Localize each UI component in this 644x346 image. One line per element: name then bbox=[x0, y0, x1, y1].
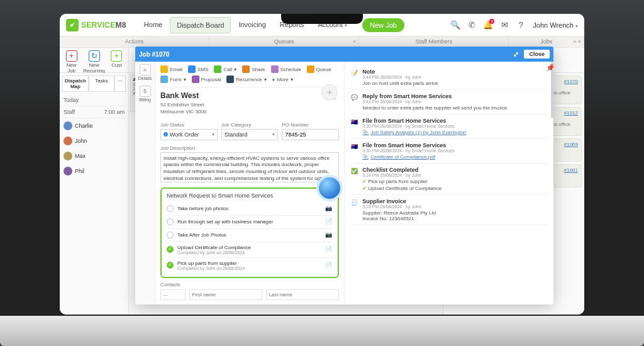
staff-row[interactable]: Max bbox=[62, 148, 126, 164]
note-icon: 📝 bbox=[350, 69, 358, 77]
call-icon bbox=[214, 65, 221, 73]
po-number-input[interactable] bbox=[282, 129, 339, 140]
tab-more-icon[interactable]: ⋯ bbox=[114, 75, 126, 92]
current-user[interactable]: John Wrench ▾ bbox=[533, 21, 578, 29]
contact-firstname-input[interactable] bbox=[189, 289, 262, 300]
job-description-textarea[interactable]: Install high-capacity, energy-efficient … bbox=[160, 152, 339, 182]
date-label: Today bbox=[62, 94, 126, 106]
avatar bbox=[64, 167, 72, 176]
new-recurring-button[interactable]: ↻New Recurring Job bbox=[83, 50, 105, 70]
feed-item: 🧾Supplier Invoice3:10 PM 28/08/2024 · by… bbox=[350, 195, 548, 225]
checkbox-icon bbox=[167, 246, 174, 253]
avatar bbox=[64, 121, 72, 130]
avatar bbox=[64, 137, 72, 145]
checklist-item[interactable]: Run through set up with business manager… bbox=[167, 216, 333, 229]
pin-icon[interactable]: 📌 bbox=[547, 64, 552, 70]
form-icon bbox=[160, 75, 168, 83]
calendar-icon bbox=[271, 65, 279, 73]
nav-invoicing[interactable]: Invoicing bbox=[232, 17, 272, 33]
logo-icon bbox=[66, 19, 79, 31]
field-label: Job Description bbox=[160, 145, 195, 151]
checklist-item[interactable]: Pick up parts from supplierCompleted by … bbox=[167, 258, 333, 273]
attachment-link[interactable]: 📎Certificate of Compliance.pdf bbox=[362, 154, 435, 160]
bell-icon[interactable]: 🔔9 bbox=[481, 18, 495, 32]
contact-lastname-input[interactable] bbox=[266, 289, 339, 300]
field-label: Job Category bbox=[221, 122, 279, 128]
action-email[interactable]: Email bbox=[160, 65, 182, 73]
nav-home[interactable]: Home bbox=[138, 17, 169, 33]
collapse-icon[interactable]: » × bbox=[573, 38, 581, 45]
action-queue[interactable]: Queue bbox=[307, 65, 331, 73]
modal-side-rail: ≡Details $Billing bbox=[135, 62, 155, 304]
share-icon bbox=[242, 65, 250, 73]
rail-billing[interactable]: $Billing bbox=[138, 86, 153, 102]
action-more[interactable]: ●More▾ bbox=[272, 75, 293, 83]
tab-dispatch-map[interactable]: Dispatch Map bbox=[62, 75, 89, 92]
checklist-item[interactable]: Take After Job Photos📷 bbox=[167, 229, 333, 242]
close-button[interactable]: Close bbox=[524, 50, 550, 59]
feed-item: ✅Checklist Completed3:14 PM 28/08/2024 ·… bbox=[350, 164, 548, 195]
contact-salutation-input[interactable]: — bbox=[160, 289, 186, 300]
job-modal: Job #1070 ⤢ Close ≡Details $Billing Emai… bbox=[135, 47, 553, 304]
tab-tasks[interactable]: Tasks bbox=[89, 75, 114, 92]
feed-item: 🇦🇺File from Smart Home Services3:30 PM 2… bbox=[350, 114, 548, 139]
proposal-icon bbox=[192, 75, 199, 83]
collapse-icon[interactable]: « bbox=[353, 38, 356, 45]
ribbon-staff: Staff Members bbox=[359, 36, 509, 47]
document-icon: 📄 bbox=[325, 218, 333, 226]
feed-item: 🇦🇺File from Smart Home Services3:30 PM 2… bbox=[350, 139, 548, 164]
network-request-title: Network Request to Smart Home Services bbox=[167, 193, 333, 199]
action-sms[interactable]: SMS bbox=[188, 65, 208, 73]
help-icon[interactable]: ? bbox=[514, 18, 528, 32]
staff-row[interactable]: Phil bbox=[62, 164, 126, 179]
phone-icon[interactable]: ✆ bbox=[465, 18, 479, 32]
action-call[interactable]: Call▾ bbox=[214, 65, 236, 73]
staff-row[interactable]: John bbox=[62, 133, 126, 148]
inv-icon: 🧾 bbox=[350, 198, 358, 207]
new-job-quick-button[interactable]: +New Job bbox=[64, 50, 79, 70]
left-panel: Dispatch Map Tasks ⋯ Today Staff7:00 am … bbox=[60, 73, 129, 315]
action-recurrence[interactable]: Recurrence▾ bbox=[226, 75, 266, 83]
checklist-item[interactable]: Take before job photos📷 bbox=[167, 203, 333, 216]
expand-icon[interactable]: ⤢ bbox=[511, 50, 520, 59]
dollar-icon: $ bbox=[140, 86, 151, 97]
check-icon: ✅ bbox=[350, 167, 358, 176]
action-form[interactable]: Form▾ bbox=[160, 75, 186, 83]
chevron-down-icon: ▾ bbox=[575, 23, 578, 29]
file-icon: 🇦🇺 bbox=[350, 118, 358, 126]
msg-icon: 💬 bbox=[350, 93, 358, 102]
ribbon-jobs: Jobs» × bbox=[509, 36, 584, 47]
modal-title: Job #1070 bbox=[139, 51, 169, 58]
nav-dispatch-board[interactable]: Dispatch Board bbox=[170, 17, 231, 33]
document-icon: 📄 bbox=[325, 246, 333, 254]
job-actions: Email SMS Call▾ Share Schedule Queue For… bbox=[160, 65, 339, 87]
checkbox-icon bbox=[167, 262, 174, 269]
avatar bbox=[64, 152, 72, 160]
checkbox-icon bbox=[167, 232, 174, 238]
rail-details[interactable]: ≡Details bbox=[138, 64, 153, 81]
staff-row[interactable]: Charlie bbox=[62, 118, 126, 133]
checkbox-icon bbox=[167, 205, 174, 212]
document-icon: 📄 bbox=[325, 262, 333, 269]
action-share[interactable]: Share bbox=[242, 65, 265, 73]
list-icon: ≡ bbox=[140, 64, 151, 75]
action-schedule[interactable]: Schedule bbox=[271, 65, 301, 73]
checklist-item[interactable]: Upload Certificate of ComplianceComplete… bbox=[167, 242, 333, 258]
inbox-icon[interactable]: ✉ bbox=[497, 18, 511, 32]
new-job-button[interactable]: New Job bbox=[362, 18, 404, 32]
contacts-heading: Contacts bbox=[160, 282, 180, 287]
attachment-link[interactable]: 📎Job Safety Analysis (1) by John Evering… bbox=[362, 130, 466, 135]
sms-icon bbox=[188, 65, 196, 73]
time-label: 7:00 am bbox=[104, 109, 125, 115]
network-request-card: Network Request to Smart Home Services T… bbox=[160, 187, 339, 278]
job-category-select[interactable]: Standard▾ bbox=[221, 129, 279, 140]
queue-icon bbox=[307, 65, 314, 73]
field-label: Job Status bbox=[160, 122, 218, 128]
job-status-select[interactable]: Work Order▾ bbox=[160, 129, 218, 140]
ribbon-queues: Queues« bbox=[209, 36, 359, 47]
file-icon: 🇦🇺 bbox=[350, 142, 358, 151]
action-proposal[interactable]: Proposal bbox=[192, 75, 221, 83]
search-icon[interactable]: 🔍 bbox=[448, 18, 462, 32]
new-customer-button[interactable]: +Cust bbox=[109, 50, 125, 70]
mail-icon bbox=[160, 65, 168, 73]
